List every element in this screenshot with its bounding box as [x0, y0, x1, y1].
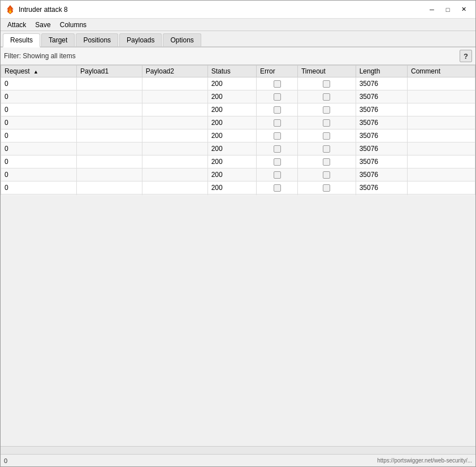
svg-point-2: [9, 11, 11, 13]
timeout-checkbox[interactable]: [323, 93, 330, 101]
table-row[interactable]: 020035076: [1, 142, 475, 155]
table-row[interactable]: 020035076: [1, 168, 475, 181]
window-title: Intruder attack 8: [19, 6, 425, 14]
maximize-button[interactable]: □: [440, 4, 455, 15]
table-header-row: Request ▲ Payload1 Payload2 Status: [1, 66, 475, 77]
table-row[interactable]: 020035076: [1, 116, 475, 129]
filter-text: Filter: Showing all items: [4, 52, 460, 60]
timeout-checkbox[interactable]: [323, 80, 330, 88]
error-checkbox[interactable]: [274, 158, 281, 166]
timeout-checkbox[interactable]: [323, 158, 330, 166]
error-checkbox[interactable]: [274, 145, 281, 153]
minimize-button[interactable]: ─: [425, 4, 439, 15]
timeout-checkbox[interactable]: [323, 145, 330, 153]
table-row[interactable]: 020035076: [1, 77, 475, 90]
menu-save[interactable]: Save: [31, 20, 55, 30]
col-payload1[interactable]: Payload1: [77, 66, 142, 77]
timeout-checkbox[interactable]: [323, 119, 330, 127]
main-content: Filter: Showing all items ? Request ▲ Pa…: [1, 47, 475, 466]
col-status[interactable]: Status: [207, 66, 256, 77]
timeout-checkbox[interactable]: [323, 106, 330, 114]
status-bar: 0 https://portswigger.net/web-security/.…: [1, 454, 475, 466]
status-url: https://portswigger.net/web-security/...: [377, 457, 472, 464]
tab-payloads[interactable]: Payloads: [119, 33, 162, 46]
tab-positions[interactable]: Positions: [76, 33, 118, 46]
title-bar: Intruder attack 8 ─ □ ✕: [1, 1, 475, 19]
filter-bar: Filter: Showing all items ?: [1, 47, 475, 65]
table-row[interactable]: 020035076: [1, 129, 475, 142]
tab-options[interactable]: Options: [163, 33, 201, 46]
status-count: 0: [4, 457, 7, 464]
table-row[interactable]: 020035076: [1, 181, 475, 194]
col-timeout[interactable]: Timeout: [297, 66, 356, 77]
app-icon: [5, 5, 15, 15]
tab-bar: Results Target Positions Payloads Option…: [1, 31, 475, 47]
close-button[interactable]: ✕: [456, 4, 471, 15]
error-checkbox[interactable]: [274, 106, 281, 114]
results-table: Request ▲ Payload1 Payload2 Status: [1, 65, 475, 195]
timeout-checkbox[interactable]: [323, 132, 330, 140]
table-row[interactable]: 020035076: [1, 90, 475, 103]
menu-bar: Attack Save Columns: [1, 19, 475, 31]
menu-attack[interactable]: Attack: [3, 20, 31, 30]
help-button[interactable]: ?: [460, 50, 472, 62]
tab-results[interactable]: Results: [3, 33, 40, 47]
table-row[interactable]: 020035076: [1, 103, 475, 116]
main-window: Intruder attack 8 ─ □ ✕ Attack Save Colu…: [0, 0, 476, 467]
col-error[interactable]: Error: [257, 66, 298, 77]
window-controls: ─ □ ✕: [425, 4, 471, 15]
table-row[interactable]: 020035076: [1, 155, 475, 168]
error-checkbox[interactable]: [274, 93, 281, 101]
col-payload2[interactable]: Payload2: [142, 66, 207, 77]
col-request[interactable]: Request ▲: [1, 66, 77, 77]
error-checkbox[interactable]: [274, 171, 281, 179]
horizontal-scrollbar[interactable]: [1, 446, 475, 454]
col-length[interactable]: Length: [356, 66, 407, 77]
tab-target[interactable]: Target: [41, 33, 75, 46]
error-checkbox[interactable]: [274, 132, 281, 140]
lower-area: [1, 195, 475, 446]
table-row[interactable]: 020035076: [1, 194, 475, 196]
error-checkbox[interactable]: [274, 119, 281, 127]
menu-columns[interactable]: Columns: [55, 20, 91, 30]
error-checkbox[interactable]: [274, 80, 281, 88]
error-checkbox[interactable]: [274, 184, 281, 192]
col-comment[interactable]: Comment: [408, 66, 475, 77]
timeout-checkbox[interactable]: [323, 171, 330, 179]
timeout-checkbox[interactable]: [323, 184, 330, 192]
results-table-container[interactable]: Request ▲ Payload1 Payload2 Status: [1, 65, 475, 195]
sort-arrow-request: ▲: [33, 69, 38, 75]
